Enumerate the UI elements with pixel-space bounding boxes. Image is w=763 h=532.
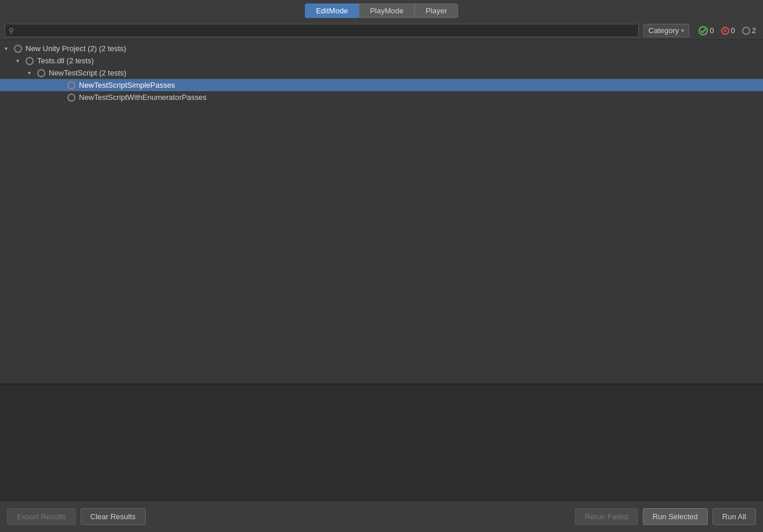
arrow-icon-root: ▾ xyxy=(5,45,12,52)
status-circle-newtestscript xyxy=(37,69,45,77)
status-circle-enumerator-passes xyxy=(67,94,75,102)
svg-point-0 xyxy=(699,27,707,35)
tree-label-tests-dll: Tests.dll (2 tests) xyxy=(37,56,94,65)
status-badges: 0 ✕ 0 2 xyxy=(696,26,758,35)
passed-count: 0 xyxy=(710,26,714,35)
status-circle-root xyxy=(14,45,22,53)
tree-label-newtestscript: NewTestScript (2 tests) xyxy=(49,69,127,77)
rerun-failed-button[interactable]: Rerun Failed xyxy=(575,508,638,525)
failed-count: 0 xyxy=(731,26,735,35)
tree-label-root: New Unity Project (2) (2 tests) xyxy=(26,44,126,53)
tree-label-enumerator-passes: NewTestScriptWithEnumeratorPasses xyxy=(79,93,207,102)
category-dropdown[interactable]: Category ▾ xyxy=(643,24,690,37)
tree-item-simple-passes[interactable]: NewTestScriptSimplePasses xyxy=(0,79,763,91)
bottom-bar: Export Results Clear Results Rerun Faile… xyxy=(0,501,763,532)
search-input[interactable] xyxy=(16,26,635,35)
run-all-button[interactable]: Run All xyxy=(712,508,756,525)
bottom-bar-right: Rerun Failed Run Selected Run All xyxy=(575,508,756,525)
tree-item-newtestscript[interactable]: ▾ NewTestScript (2 tests) xyxy=(0,67,763,79)
badge-skipped: 2 xyxy=(740,26,758,35)
x-circle-icon: ✕ xyxy=(721,27,729,35)
tab-bar: EditMode PlayMode Player xyxy=(0,0,763,21)
arrow-icon-newtestscript: ▾ xyxy=(28,70,35,76)
bottom-bar-left: Export Results Clear Results xyxy=(7,508,146,525)
badge-failed: ✕ 0 xyxy=(719,26,737,35)
tab-playmode[interactable]: PlayMode xyxy=(359,3,415,18)
tab-editmode[interactable]: EditMode xyxy=(305,3,359,18)
circle-icon xyxy=(742,27,750,35)
output-area xyxy=(0,384,763,501)
skipped-count: 2 xyxy=(752,26,756,35)
arrow-icon-tests-dll: ▾ xyxy=(16,57,23,64)
tree-item-root[interactable]: ▾ New Unity Project (2) (2 tests) xyxy=(0,42,763,55)
search-bar: ⚲ Category ▾ 0 ✕ 0 2 xyxy=(0,21,763,40)
status-circle-simple-passes xyxy=(67,81,75,89)
clear-results-button[interactable]: Clear Results xyxy=(81,508,146,525)
export-results-button[interactable]: Export Results xyxy=(7,508,76,525)
badge-passed: 0 xyxy=(696,26,716,35)
category-label: Category xyxy=(649,26,679,35)
tree-item-enumerator-passes[interactable]: NewTestScriptWithEnumeratorPasses xyxy=(0,91,763,103)
search-icon: ⚲ xyxy=(9,27,14,35)
search-wrapper: ⚲ xyxy=(5,24,639,37)
tab-player[interactable]: Player xyxy=(415,3,458,18)
checkmark-icon xyxy=(699,26,708,35)
test-tree: ▾ New Unity Project (2) (2 tests) ▾ Test… xyxy=(0,40,763,384)
status-circle-tests-dll xyxy=(26,57,34,65)
tree-label-simple-passes: NewTestScriptSimplePasses xyxy=(79,81,175,89)
tree-item-tests-dll[interactable]: ▾ Tests.dll (2 tests) xyxy=(0,55,763,67)
run-selected-button[interactable]: Run Selected xyxy=(643,508,708,525)
chevron-down-icon: ▾ xyxy=(681,27,684,34)
